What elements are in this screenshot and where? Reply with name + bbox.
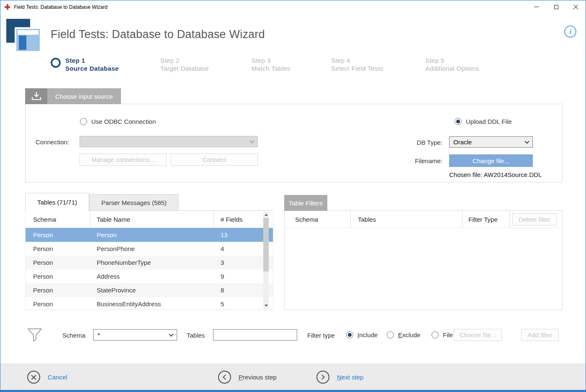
table-row[interactable]: Person PersonPhone 4 bbox=[26, 242, 273, 256]
odbc-connection-radio[interactable]: Use ODBC Connection bbox=[80, 118, 156, 125]
app-logo bbox=[6, 19, 42, 53]
filter-tables-input[interactable] bbox=[213, 329, 297, 341]
vertical-scrollbar[interactable] bbox=[263, 212, 269, 309]
previous-step-label: Previous step bbox=[239, 374, 277, 381]
connection-label: Connection: bbox=[36, 138, 69, 146]
step-2-target-database[interactable]: Step 2 Target Database bbox=[160, 56, 252, 72]
radio-unchecked-icon bbox=[80, 118, 87, 125]
cell-schema: Person bbox=[26, 256, 90, 269]
radio-checked-icon bbox=[346, 331, 353, 338]
input-source-panel-tab: Choose input source bbox=[25, 88, 121, 104]
step-label: Select Field Tests bbox=[331, 64, 383, 72]
titlebar: Field Tests: Database to Database Wizard bbox=[0, 0, 586, 13]
x-icon bbox=[31, 374, 36, 380]
step-4-select-field-tests[interactable]: Step 4 Select Field Tests bbox=[331, 56, 425, 72]
filter-tables-label: Tables bbox=[187, 332, 205, 339]
add-filter-button[interactable]: Add filter bbox=[521, 329, 559, 341]
minimize-button[interactable] bbox=[527, 0, 546, 13]
table-row[interactable]: Person BusinessEntityAddress 5 bbox=[26, 297, 273, 310]
cell-table-name: StateProvince bbox=[90, 283, 214, 297]
tables-grid: Schema Table Name # Fields Person Person… bbox=[25, 210, 273, 310]
table-filters-grid-header: Schema Tables Filter Type Delete filter bbox=[285, 211, 562, 228]
download-icon bbox=[25, 88, 47, 104]
maximize-icon bbox=[554, 5, 558, 9]
step-number: Step 1 bbox=[65, 56, 119, 64]
manage-connections-button[interactable]: Manage connections... bbox=[80, 154, 167, 166]
choose-file-button[interactable]: Choose file... bbox=[454, 329, 502, 341]
page-title: Field Tests: Database to Database Wizard bbox=[51, 28, 265, 41]
include-radio[interactable]: Include bbox=[346, 331, 378, 338]
cell-schema: Person bbox=[26, 297, 90, 310]
file-radio[interactable]: File bbox=[432, 331, 453, 338]
funnel-icon bbox=[26, 327, 43, 345]
table-row[interactable]: Person Person 13 bbox=[26, 228, 273, 242]
column-header-table-name: Table Name bbox=[90, 211, 214, 228]
previous-circle-icon bbox=[218, 371, 231, 384]
cancel-button[interactable]: Cancel bbox=[27, 364, 67, 390]
chevron-right-icon bbox=[319, 374, 325, 380]
info-icon[interactable] bbox=[564, 26, 576, 38]
connect-button[interactable]: Connect bbox=[171, 154, 258, 166]
column-header-schema: Schema bbox=[285, 211, 351, 228]
input-source-header: Choose input source bbox=[47, 88, 121, 104]
step-label: Source Database bbox=[65, 64, 119, 72]
footer-bar: Cancel Previous step Next step bbox=[0, 364, 586, 390]
connection-select[interactable] bbox=[80, 136, 258, 147]
column-header-tables: Tables bbox=[351, 211, 463, 228]
filter-schema-select[interactable]: * bbox=[93, 329, 177, 341]
minimize-icon bbox=[534, 7, 539, 7]
next-step-button[interactable]: Next step bbox=[316, 364, 363, 390]
active-step-circle-icon bbox=[51, 58, 61, 68]
chevron-down-icon bbox=[249, 138, 254, 143]
table-row[interactable]: Person StateProvince 8 bbox=[26, 283, 273, 297]
scrollbar-thumb[interactable] bbox=[263, 218, 269, 272]
step-number: Step 2 bbox=[160, 56, 209, 64]
odbc-connection-label: Use ODBC Connection bbox=[91, 118, 156, 125]
logo-white-strip bbox=[18, 30, 39, 35]
chevron-down-icon bbox=[169, 332, 173, 336]
step-3-match-tables[interactable]: Step 3 Match Tables bbox=[252, 56, 331, 72]
change-file-button[interactable]: Change file... bbox=[449, 154, 533, 167]
scroll-down-icon[interactable] bbox=[265, 305, 268, 307]
delete-filter-button[interactable]: Delete filter bbox=[512, 213, 557, 225]
cancel-label: Cancel bbox=[48, 374, 67, 381]
table-filters-panel: Table Filters Schema Tables Filter Type … bbox=[284, 210, 563, 310]
radio-unchecked-icon bbox=[387, 331, 394, 338]
cancel-circle-icon bbox=[27, 371, 40, 384]
cell-schema: Person bbox=[26, 242, 90, 256]
chevron-left-icon bbox=[223, 374, 228, 380]
upload-ddl-radio[interactable]: Upload DDL File bbox=[455, 118, 512, 125]
input-source-panel: Choose input source Use ODBC Connection … bbox=[25, 104, 563, 182]
tab-parser-messages[interactable]: Parser Messages (585) bbox=[89, 194, 179, 211]
exclude-radio[interactable]: Exclude bbox=[387, 331, 420, 338]
db-type-select[interactable]: Oracle bbox=[449, 136, 533, 148]
chosen-file-text: Chosen file: AW2014Source.DDL bbox=[449, 171, 542, 178]
column-header-filter-type: Filter Type bbox=[463, 211, 510, 228]
step-label: Target Database bbox=[160, 64, 209, 72]
step-number: Step 4 bbox=[331, 56, 383, 64]
step-1-source-database[interactable]: Step 1 Source Database bbox=[51, 56, 160, 72]
scroll-up-icon[interactable] bbox=[265, 214, 268, 216]
tab-tables[interactable]: Tables (71/71) bbox=[25, 193, 89, 211]
step-label: Match Tables bbox=[252, 64, 290, 72]
window-controls bbox=[527, 0, 586, 13]
include-label: Include bbox=[357, 331, 378, 338]
maximize-button[interactable] bbox=[546, 0, 566, 13]
upload-ddl-label: Upload DDL File bbox=[466, 118, 512, 125]
cell-schema: Person bbox=[26, 283, 90, 297]
wizard-steps: Step 1 Source Database Step 2 Target Dat… bbox=[51, 56, 479, 72]
cell-table-name: BusinessEntityAddress bbox=[90, 297, 214, 310]
close-button[interactable] bbox=[566, 0, 586, 13]
filter-schema-label: Schema bbox=[62, 332, 85, 339]
cell-schema: Person bbox=[26, 269, 90, 283]
app-icon bbox=[5, 4, 10, 10]
filename-label: Filename: bbox=[415, 157, 442, 164]
cell-table-name: Address bbox=[90, 269, 214, 283]
previous-step-button[interactable]: Previous step bbox=[218, 364, 277, 390]
exclude-label: Exclude bbox=[398, 331, 420, 338]
tables-grid-header: Schema Table Name # Fields bbox=[26, 211, 273, 228]
table-row[interactable]: Person Address 9 bbox=[26, 269, 273, 283]
step-5-additional-options[interactable]: Step 5 Additional Options bbox=[425, 56, 479, 72]
table-row[interactable]: Person PhoneNumberType 3 bbox=[26, 256, 273, 269]
window-title: Field Tests: Database to Database Wizard bbox=[14, 4, 108, 10]
